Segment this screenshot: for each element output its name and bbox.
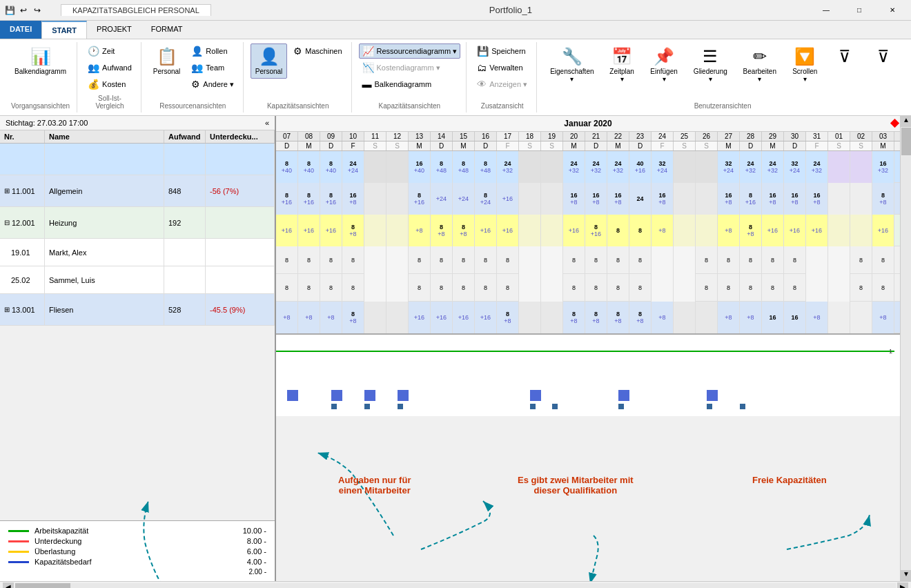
team-button[interactable]: 👥 Team [188, 60, 237, 75]
cc-a-23: 24 [629, 183, 652, 215]
minimize-button[interactable]: — [810, 0, 842, 21]
kosten-button[interactable]: 💰 Kosten [84, 77, 135, 92]
scrollen-button[interactable]: 🔽 Scrollen ▾ [785, 43, 824, 86]
hscroll-left-button[interactable]: ◀ [3, 582, 14, 589]
cc-m-13: 8 [409, 246, 431, 274]
andere-button[interactable]: ⚙ Andere ▾ [188, 77, 237, 92]
kapazitaet-balkendiagramm-button[interactable]: ▬ Balkendiagramm [359, 77, 461, 92]
expand-13001[interactable]: ⊞ [4, 306, 10, 313]
svg-rect-8 [331, 404, 337, 409]
svg-rect-9 [364, 404, 370, 409]
speichern-button[interactable]: 💾 Speichern [473, 43, 531, 59]
verwalten-button[interactable]: 🗂 Verwalten [473, 60, 531, 75]
cc-h-12 [386, 215, 409, 246]
cc-m-19 [541, 246, 563, 274]
save-icon[interactable]: 💾 [4, 5, 15, 16]
dow-3: D [320, 141, 342, 150]
kapazitaet-personal-button[interactable]: 👤 Personal [251, 43, 287, 79]
cc-a-15: +24 [453, 183, 475, 215]
personal-ressourcen-icon: 📋 [157, 47, 177, 66]
ribbon-group-ressourcen: 📋 Personal 👤 Rollen 👥 Team ⚙ Andere ▾ Re… [143, 42, 244, 112]
scroll-track[interactable] [901, 127, 911, 570]
cc-h-18 [519, 215, 541, 246]
window-title: Portfolio_1 [211, 5, 810, 15]
date-16: 16 [475, 132, 497, 141]
aufwand-icon: 👥 [88, 62, 99, 73]
table-row-summary [0, 144, 275, 175]
cc-s-28: 24+32 [740, 151, 762, 183]
cc-h-19 [541, 215, 563, 246]
zeitplan-button[interactable]: 📅 Zeitplan ▾ [603, 43, 641, 86]
date-29: 29 [762, 132, 784, 141]
cc-s-11 [364, 151, 386, 183]
ressourcendiagramm-button[interactable]: 📈 Ressourcendiagramm ▾ [359, 43, 461, 59]
legend-value-10: 10.00 - [243, 527, 266, 535]
td-aufwand-11001: 848 [164, 175, 206, 206]
redo-icon[interactable]: ↪ [32, 5, 43, 16]
cc-m-25 [674, 246, 696, 274]
horizontal-scrollbar[interactable]: ◀ ▶ [0, 581, 911, 588]
tab-projekt[interactable]: PROJEKT [87, 21, 141, 39]
tab-format[interactable]: FORMAT [141, 21, 193, 39]
table-row-13001: ⊞13.001 Fliesen 528 -45.5 (9%) [0, 294, 275, 326]
cc-s-10: 24+24 [342, 151, 364, 183]
hscroll-right-button[interactable]: ▶ [897, 582, 908, 589]
team-icon: 👥 [191, 62, 203, 73]
zeit-button[interactable]: 🕐 Zeit [84, 43, 135, 59]
filter2-button[interactable]: ⊽ [865, 43, 901, 71]
cc-m-02: 8 [850, 246, 872, 274]
einfuegen-button[interactable]: 📌 Einfügen ▾ [644, 43, 685, 86]
scroll-thumb[interactable] [901, 128, 911, 155]
gliederung-button[interactable]: ☰ Gliederung ▾ [687, 43, 734, 86]
legend-ueberlastung-line [8, 551, 29, 553]
cc-f-14: +16 [431, 302, 453, 333]
td-aufwand-2502 [164, 266, 206, 293]
cc-a-25 [674, 183, 696, 215]
anzeigen-button[interactable]: 👁 Anzeigen ▾ [473, 77, 531, 92]
date-15: 15 [453, 132, 475, 141]
cc-sl-20: 8 [563, 274, 585, 302]
personal-ressourcen-button[interactable]: 📋 Personal [148, 43, 185, 79]
expand-12001[interactable]: ⊟ [4, 219, 10, 226]
cc-m-03: 8 [872, 246, 894, 274]
maximize-button[interactable]: □ [843, 0, 875, 21]
cc-s-17: 24+32 [497, 151, 519, 183]
kosten-icon: 💰 [88, 79, 99, 90]
eigenschaften-button[interactable]: 🔧 Eigenschaften ▾ [544, 43, 600, 86]
date-30: 30 [784, 132, 806, 141]
titlebar: 💾 ↩ ↪ KAPAZITäTSABGLEICH PERSONAL Portfo… [0, 0, 911, 21]
kostendiagramm-button[interactable]: 📉 Kostendiagramm ▾ [359, 60, 461, 75]
tab-datei[interactable]: DATEI [0, 21, 41, 39]
svg-rect-1 [287, 390, 298, 401]
aufwand-button[interactable]: 👥 Aufwand [84, 60, 135, 75]
vertical-scrollbar[interactable]: ▲ ▼ [900, 116, 911, 581]
maschinen-button[interactable]: ⚙ Maschinen [290, 43, 345, 59]
scroll-down-button[interactable]: ▼ [901, 570, 911, 581]
close-button[interactable]: ✕ [876, 0, 908, 21]
date-01: 01 [828, 132, 850, 141]
zusatz-label: Zusatzansicht [473, 99, 531, 110]
svg-text:1: 1 [889, 348, 892, 355]
rollen-button[interactable]: 👤 Rollen [188, 43, 237, 59]
svg-rect-2 [331, 390, 342, 401]
ribbon-group-kapazitaet-views: 📈 Ressourcendiagramm ▾ 📉 Kostendiagramm … [353, 42, 467, 112]
td-name-1901: Markt, Alex [45, 239, 164, 266]
hscroll-track[interactable] [15, 583, 896, 589]
balkendiagramm-button[interactable]: 📊 Balkendiagramm [10, 43, 71, 79]
cc-h-14: 8+8 [431, 215, 453, 246]
svg-rect-11 [530, 404, 536, 409]
scroll-up-button[interactable]: ▲ [901, 116, 911, 127]
ressourcendiagramm-icon: 📈 [362, 46, 374, 57]
undo-icon[interactable]: ↩ [18, 5, 29, 16]
filter-button[interactable]: ⊽ [827, 43, 863, 71]
hscroll-thumb[interactable] [15, 583, 70, 589]
cc-s-12 [386, 151, 409, 183]
td-nr-1901: 19.01 [0, 239, 45, 266]
dow-8: D [431, 141, 453, 150]
dow-row: D M D F S S M D M D F S S M D M D F S S [276, 141, 900, 151]
nav-left-button[interactable]: « [265, 119, 269, 127]
expand-11001[interactable]: ⊞ [4, 187, 10, 195]
tab-start[interactable]: START [41, 21, 87, 39]
cc-h-16: +16 [475, 215, 497, 246]
bearbeiten-button[interactable]: ✏ Bearbeiten ▾ [736, 43, 783, 86]
